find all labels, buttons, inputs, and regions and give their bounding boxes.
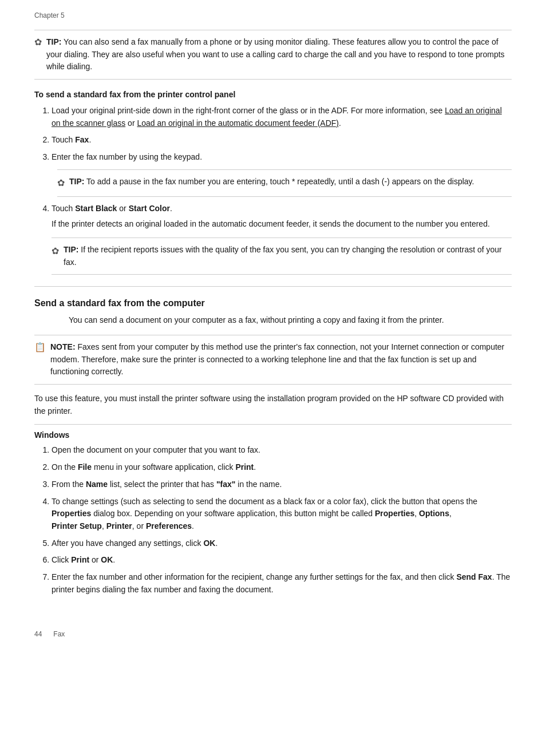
section1-title: To send a standard fax from the printer …	[34, 90, 512, 99]
tip-content-1: TIP: You can also send a fax manually fr…	[46, 36, 512, 73]
divider-2	[34, 424, 512, 425]
footer-page-number: 44	[34, 630, 42, 638]
win-step2-bold2: Print	[235, 462, 254, 472]
win-step6-bold2: OK	[101, 555, 113, 564]
win-step2-before: On the	[52, 462, 78, 472]
section2-title: Send a standard fax from the computer	[34, 298, 205, 308]
divider-1	[34, 286, 512, 287]
win-step6-bold1: Print	[71, 555, 89, 564]
tip-icon-2: ✿	[57, 176, 65, 191]
step1-text-middle: or	[125, 118, 137, 128]
note-label: NOTE:	[50, 342, 76, 351]
tip-box-1: ✿ TIP: You can also send a fax manually …	[34, 30, 512, 80]
section1-step-4: Touch Start Black or Start Color. If the…	[52, 203, 512, 275]
step2-after: .	[89, 135, 91, 144]
win-step5-after: .	[215, 539, 217, 548]
section1-step-3: Enter the fax number by using the keypad…	[52, 151, 512, 196]
win-step3-after: in the name.	[235, 480, 282, 489]
tip2-label: TIP:	[69, 177, 84, 186]
win-step4-text5: ,	[102, 521, 106, 531]
win-step3-bold1: Name	[86, 480, 108, 489]
win-step4-text6: , or	[132, 521, 146, 531]
tip-icon-3: ✿	[52, 244, 59, 259]
win-step2-middle: menu in your software application, click	[92, 462, 235, 472]
step2-bold: Fax	[75, 135, 89, 144]
step4-bold2: Start Color	[129, 204, 170, 213]
win-step2-bold1: File	[78, 462, 92, 472]
note-icon-1: 📋	[34, 342, 46, 353]
tip-text-1: You can also send a fax manually from a …	[46, 37, 505, 71]
win-step4-bold1: Properties	[52, 509, 91, 518]
win-step4-text3: ,	[414, 509, 419, 518]
win-step4-text7: .	[192, 521, 194, 531]
note-box-1: 📋 NOTE: Faxes sent from your computer by…	[34, 335, 512, 385]
tip-icon-1: ✿	[34, 37, 42, 48]
step2-text: Touch	[52, 135, 75, 144]
win-step4-text2: dialog box. Depending on your software a…	[91, 509, 375, 518]
win-step4-bold6: Preferences	[146, 521, 192, 531]
step1-text-after: .	[339, 118, 341, 128]
tip-label-1: TIP:	[46, 37, 61, 46]
tip-box-2: ✿ TIP: To add a pause in the fax number …	[57, 169, 512, 197]
tip-box-3: ✿ TIP: If the recipient reports issues w…	[52, 238, 512, 275]
win-step4-bold2: Properties	[375, 509, 414, 518]
win-step4-text4: ,	[449, 509, 452, 518]
section1-step-2: Touch Fax.	[52, 134, 512, 147]
note-content-1: NOTE: Faxes sent from your computer by t…	[50, 341, 512, 378]
win-step5-before: After you have changed any settings, cli…	[52, 539, 203, 548]
win-step7-text: Enter the fax number and other informati…	[52, 572, 456, 581]
footer: 44 Fax	[34, 630, 512, 638]
tip3-label: TIP:	[64, 245, 78, 254]
step4-or: or	[117, 204, 128, 213]
win-step4-bold4: Printer Setup	[52, 521, 102, 531]
note-text: Faxes sent from your computer by this me…	[50, 342, 504, 376]
win-step3-bold2: "fax"	[216, 480, 236, 489]
step4-text: Touch	[52, 204, 75, 213]
win-step7-bold1: Send Fax	[456, 572, 492, 581]
section1-steps-list: Load your original print-side down in th…	[34, 105, 512, 275]
section1-step-1: Load your original print-side down in th…	[52, 105, 512, 129]
windows-steps-list: Open the document on your computer that …	[34, 444, 512, 596]
windows-step-5: After you have changed any settings, cli…	[52, 537, 512, 550]
chapter-label: Chapter 5	[34, 11, 512, 19]
win-step4-text: To change settings (such as selecting to…	[52, 497, 477, 506]
step4-description: If the printer detects an original loade…	[52, 218, 512, 231]
windows-step-3: From the Name list, select the printer t…	[52, 478, 512, 491]
windows-step-6: Click Print or OK.	[52, 554, 512, 567]
win-step6-before: Click	[52, 555, 71, 564]
windows-title: Windows	[34, 430, 512, 440]
windows-step-1: Open the document on your computer that …	[52, 444, 512, 457]
win-step4-bold3: Options	[419, 509, 449, 518]
section2-title-wrap: Send a standard fax from the computer	[34, 298, 512, 308]
section2-para2: To use this feature, you must install th…	[34, 393, 512, 417]
tip2-text: To add a pause in the fax number you are…	[86, 177, 474, 186]
windows-step-4: To change settings (such as selecting to…	[52, 496, 512, 533]
win-step2-after: .	[254, 462, 256, 472]
win-step3-before: From the	[52, 480, 86, 489]
step4-bold1: Start Black	[75, 204, 117, 213]
win-step3-middle: list, select the printer that has	[108, 480, 216, 489]
footer-label: Fax	[53, 630, 65, 638]
step3-text: Enter the fax number by using the keypad…	[52, 152, 202, 161]
windows-step-2: On the File menu in your software applic…	[52, 461, 512, 474]
tip3-text: If the recipient reports issues with the…	[64, 245, 502, 267]
tip-content-3: TIP: If the recipient reports issues wit…	[64, 244, 512, 268]
step1-text-before: Load your original print-side down in th…	[52, 106, 445, 115]
win-step1-text: Open the document on your computer that …	[52, 445, 260, 454]
win-step6-middle: or	[89, 555, 101, 564]
win-step4-bold5: Printer	[106, 521, 132, 531]
step4-after: .	[170, 204, 172, 213]
section2-intro: You can send a document on your computer…	[69, 314, 512, 327]
step1-link2[interactable]: Load an original in the automatic docume…	[137, 118, 339, 128]
tip-box-2-inner: ✿ TIP: To add a pause in the fax number …	[57, 169, 512, 197]
win-step6-after: .	[113, 555, 115, 564]
windows-step-7: Enter the fax number and other informati…	[52, 571, 512, 596]
tip-content-2: TIP: To add a pause in the fax number yo…	[69, 176, 474, 188]
win-step5-bold1: OK	[203, 539, 215, 548]
